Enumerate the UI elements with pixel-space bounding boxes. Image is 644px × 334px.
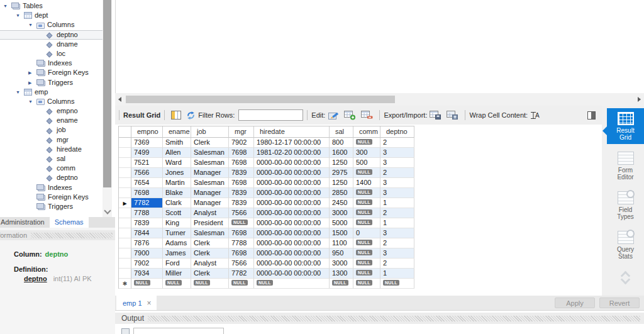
row-header-cell[interactable] — [119, 259, 131, 269]
panel-toggle-icon[interactable] — [587, 111, 596, 120]
column-header-mgr[interactable]: mgr — [229, 126, 254, 138]
tree-item-empno[interactable]: empno — [0, 106, 103, 116]
column-header-deptno[interactable]: deptno — [380, 126, 414, 138]
grid-cell[interactable]: NULL — [380, 279, 414, 289]
scroll-right-arrow-icon[interactable] — [635, 95, 644, 104]
grid-cell[interactable]: 3 — [380, 178, 414, 188]
scroll-down-arrow-icon[interactable] — [104, 207, 111, 214]
grid-cell[interactable]: 2 — [380, 168, 414, 178]
grid-cell[interactable]: 7782 — [229, 269, 254, 279]
tree-item-columns[interactable]: ▼Columns — [0, 20, 103, 30]
grid-cell[interactable]: Turner — [163, 228, 191, 238]
tree-item-emp[interactable]: ▼emp — [0, 87, 103, 97]
grid-cell[interactable]: 1250 — [330, 178, 353, 188]
grid-cell[interactable]: 3 — [380, 188, 414, 198]
grid-cell[interactable]: 1100 — [330, 238, 353, 248]
grid-cell[interactable]: NULL — [353, 248, 380, 259]
tree-item-job[interactable]: job — [0, 125, 103, 135]
grid-cell[interactable]: NULL — [353, 198, 380, 208]
grid-cell[interactable]: 1 — [380, 269, 414, 279]
grid-cell[interactable]: NULL — [353, 188, 380, 198]
grid-cell[interactable]: 3 — [380, 228, 414, 238]
grid-cell[interactable]: NULL — [353, 279, 380, 289]
tree-item-hiredate[interactable]: hiredate — [0, 145, 103, 154]
grid-cell[interactable]: 7876 — [131, 238, 163, 248]
column-header-comm[interactable]: comm — [353, 126, 380, 138]
grid-cell[interactable]: 0000-00-00 00:00:00 — [254, 218, 330, 228]
grid-cell[interactable]: 0000-00-00 00:00:00 — [254, 248, 330, 259]
grid-cell[interactable]: 7698 — [229, 158, 254, 168]
sidebar-item-result-grid[interactable]: Result Grid — [607, 108, 644, 144]
grid-cell[interactable]: 1980-12-17 00:00:00 — [254, 138, 330, 148]
row-header-cell[interactable] — [119, 168, 131, 178]
grid-cell[interactable]: 2 — [380, 208, 414, 218]
row-header-cell[interactable] — [119, 208, 131, 218]
grid-cell[interactable]: Clerk — [191, 248, 229, 259]
grid-cell[interactable]: 0000-00-00 00:00:00 — [254, 208, 330, 218]
grid-cell[interactable]: 7698 — [229, 148, 254, 158]
sidebar-item-query-stats[interactable]: Query Stats — [607, 227, 644, 263]
grid-cell[interactable]: 0000-00-00 00:00:00 — [254, 158, 330, 168]
grid-cell[interactable]: NULL — [353, 218, 380, 228]
grid-cell[interactable]: NULL — [353, 238, 380, 248]
grid-cell[interactable]: 7900 — [131, 248, 163, 259]
grid-cell[interactable]: 1400 — [353, 178, 380, 188]
tree-item-dept[interactable]: ▼dept — [0, 11, 103, 20]
grid-cell[interactable]: 7788 — [131, 208, 163, 218]
row-header-cell[interactable] — [119, 158, 131, 168]
grid-cell[interactable]: NULL — [353, 138, 380, 148]
grid-cell[interactable]: Analyst — [191, 259, 229, 269]
grid-cell[interactable]: 7844 — [131, 228, 163, 238]
scrollbar-thumb[interactable] — [103, 0, 111, 187]
tree-item-indexes[interactable]: Indexes — [0, 183, 103, 192]
row-header-cell[interactable] — [119, 238, 131, 248]
grid-cell[interactable]: NULL — [330, 279, 353, 289]
grid-cell[interactable]: 7521 — [131, 158, 163, 168]
grid-cell[interactable]: 7369 — [131, 138, 163, 148]
grid-cell[interactable]: 7839 — [229, 168, 254, 178]
grid-cell[interactable]: 1 — [380, 218, 414, 228]
row-header-cell[interactable] — [119, 178, 131, 188]
row-header-cell[interactable] — [119, 269, 131, 279]
column-header-sal[interactable]: sal — [330, 126, 353, 138]
row-header-cell[interactable] — [119, 188, 131, 198]
scroll-left-arrow-icon[interactable] — [115, 95, 124, 104]
grid-cell[interactable]: King — [163, 218, 191, 228]
grid-cell[interactable]: 5000 — [330, 218, 353, 228]
export-table-icon[interactable] — [430, 110, 441, 120]
grid-cell[interactable]: 7839 — [229, 198, 254, 208]
tree-item-ename[interactable]: ename — [0, 116, 103, 125]
grid-cell[interactable]: 7788 — [229, 238, 254, 248]
grid-cell[interactable]: 1300 — [330, 269, 353, 279]
revert-button[interactable]: Revert — [599, 298, 640, 308]
tree-item-dname[interactable]: dname — [0, 40, 103, 49]
scrollbar-thumb[interactable] — [126, 96, 395, 103]
grid-cell[interactable]: 2850 — [330, 188, 353, 198]
columns-layout-icon[interactable] — [171, 111, 181, 120]
import-table-icon[interactable] — [447, 110, 458, 120]
tree-item-tables[interactable]: ▼Tables — [0, 1, 103, 11]
collapse-arrow-icon[interactable]: ▼ — [28, 20, 36, 30]
tree-item-foreign-keys[interactable]: ▶Foreign Keys — [0, 68, 103, 77]
grid-cell[interactable]: 0000-00-00 00:00:00 — [254, 228, 330, 238]
grid-cell[interactable]: 3 — [380, 158, 414, 168]
grid-cell[interactable]: Salesman — [191, 178, 229, 188]
wrap-text-icon[interactable]: A — [530, 111, 540, 120]
expand-arrow-icon[interactable]: ▶ — [28, 78, 36, 87]
grid-cell[interactable]: 7654 — [131, 178, 163, 188]
grid-cell[interactable]: 1 — [380, 198, 414, 208]
tree-item-mgr[interactable]: mgr — [0, 135, 103, 145]
collapse-arrow-icon[interactable]: ▼ — [16, 87, 24, 97]
tree-item-triggers[interactable]: ▶Triggers — [0, 78, 103, 87]
delete-row-icon[interactable] — [361, 110, 373, 120]
grid-cell[interactable]: NULL — [131, 279, 163, 289]
grid-cell[interactable]: 0000-00-00 00:00:00 — [254, 188, 330, 198]
output-type-icon[interactable] — [121, 328, 130, 334]
grid-cell[interactable]: 950 — [330, 248, 353, 259]
grid-cell[interactable]: Clark — [163, 198, 191, 208]
sidebar-item-field-types[interactable]: Field Types — [607, 187, 644, 223]
collapse-arrow-icon[interactable]: ▼ — [28, 97, 36, 106]
grid-cell[interactable]: President — [191, 218, 229, 228]
insert-row-marker[interactable]: ✱ — [119, 279, 131, 289]
grid-cell[interactable]: 300 — [353, 148, 380, 158]
